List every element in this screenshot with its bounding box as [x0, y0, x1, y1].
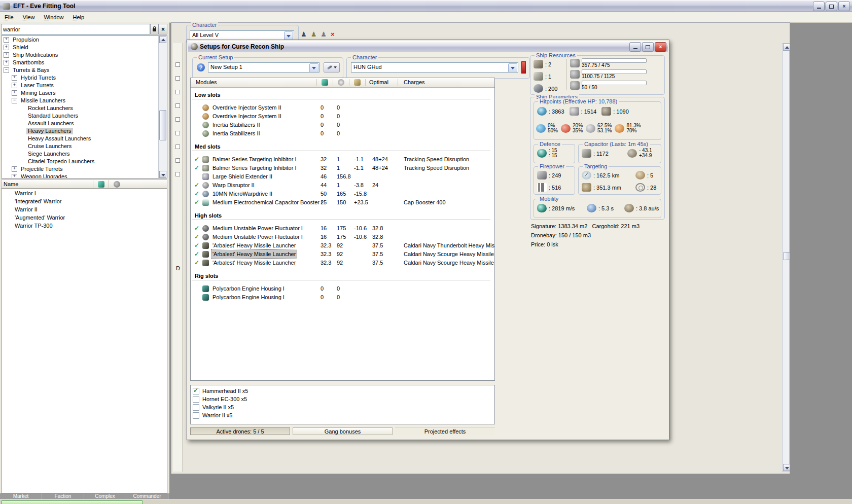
tree-toggle-icon[interactable]: − — [12, 98, 17, 103]
edit-character-icon[interactable]: ♟ — [311, 31, 317, 38]
drone-checkbox[interactable] — [193, 404, 199, 411]
tree-item[interactable]: +Ship Modifications — [2, 51, 167, 59]
menu-view[interactable]: View — [18, 13, 40, 21]
drone-checkbox[interactable] — [193, 396, 199, 403]
minimize-button[interactable] — [813, 2, 825, 11]
tree-item[interactable]: −Missile Launchers — [2, 97, 167, 104]
help-icon[interactable]: ? — [197, 63, 205, 71]
column-name[interactable]: Name — [2, 181, 93, 187]
module-row[interactable]: Large Shield Extender II46156.8 — [191, 172, 494, 181]
scrollbar-thumb[interactable] — [159, 110, 166, 140]
tree-item[interactable]: +Projectile Turrets — [2, 165, 167, 173]
module-row[interactable]: ✓'Arbalest' Heavy Missile Launcher32.392… — [191, 259, 494, 267]
setup-menu-button[interactable] — [324, 62, 340, 73]
character-icon[interactable]: ♟ — [301, 31, 307, 38]
tree-item[interactable]: +Shield — [2, 44, 167, 51]
tree-item[interactable]: Cruise Launchers — [2, 142, 167, 150]
scroll-up-icon[interactable] — [159, 36, 166, 43]
module-row[interactable]: Polycarbon Engine Housing I00 — [191, 284, 494, 293]
column-optimal[interactable]: Optimal — [369, 79, 388, 85]
active-drones-button[interactable]: Active drones: 5 / 5 — [190, 427, 290, 435]
tree-toggle-icon[interactable]: + — [12, 166, 17, 172]
list-item[interactable]: Warrior I — [2, 189, 167, 197]
module-row[interactable]: ✓10MN MicroWarpdrive II50165-15.8 — [191, 190, 494, 198]
gang-bonuses-button[interactable]: Gang bonuses — [293, 427, 393, 435]
tree-toggle-icon[interactable]: + — [4, 60, 9, 65]
setups-maximize-button[interactable] — [642, 42, 654, 52]
tree-item[interactable]: Assault Launchers — [2, 120, 167, 127]
tab-complex[interactable]: Complex — [84, 493, 126, 499]
cpu-icon[interactable] — [322, 79, 328, 86]
bg-scrollbar[interactable] — [782, 43, 790, 472]
list-item[interactable]: Warrior TP-300 — [2, 222, 167, 230]
setups-close-button[interactable]: × — [655, 42, 666, 52]
tree-item[interactable]: +Propulsion — [2, 36, 167, 44]
search-input[interactable] — [1, 24, 150, 34]
tree-item[interactable]: Heavy Launchers — [2, 127, 167, 135]
column-cpu[interactable] — [93, 180, 109, 188]
module-row[interactable]: Overdrive Injector System II00 — [191, 112, 494, 121]
delete-character-icon[interactable]: × — [331, 31, 335, 38]
tab-commander[interactable]: Commander — [126, 493, 168, 499]
module-row[interactable]: ✓Balmer Series Targeting Inhibitor I321-… — [191, 164, 494, 172]
module-row[interactable]: ✓Medium Unstable Power Fluctuator I16175… — [191, 224, 494, 233]
tree-item[interactable]: Citadel Torpedo Launchers — [2, 158, 167, 165]
tab-faction[interactable]: Faction — [42, 493, 84, 499]
module-row[interactable]: ✓'Arbalest' Heavy Missile Launcher32.392… — [191, 241, 494, 250]
chevron-down-icon[interactable] — [309, 63, 318, 73]
search-clear-button[interactable]: × — [159, 24, 167, 34]
drone-row[interactable]: Hammerhead II x5 — [193, 387, 494, 395]
chevron-down-icon[interactable] — [508, 63, 517, 73]
setups-minimize-button[interactable] — [629, 42, 641, 52]
tree-toggle-icon[interactable]: + — [12, 174, 17, 178]
tree-toggle-icon[interactable]: + — [12, 75, 17, 81]
module-row[interactable]: Inertia Stabilizers II00 — [191, 121, 494, 129]
column-charges[interactable]: Charges — [404, 79, 425, 85]
tree-item[interactable]: −Turrets & Bays — [2, 66, 167, 74]
scrollbar-thumb[interactable] — [783, 252, 790, 260]
tree-item[interactable]: +Weapon Upgrades — [2, 173, 167, 178]
tree-toggle-icon[interactable]: + — [4, 45, 9, 50]
drone-row[interactable]: Hornet EC-300 x5 — [193, 395, 494, 403]
drone-row[interactable]: Valkyrie II x5 — [193, 403, 494, 411]
tree-item[interactable]: +Smartbombs — [2, 59, 167, 66]
tree-item[interactable]: Standard Launchers — [2, 112, 167, 120]
projected-effects-button[interactable]: Projected effects — [395, 427, 495, 435]
module-row[interactable]: Inertia Stabilizers II00 — [191, 129, 494, 138]
module-row[interactable]: ✓Warp Disruptor II441-3.824 — [191, 181, 494, 190]
tab-market[interactable]: Market — [0, 493, 42, 499]
tree-scrollbar[interactable] — [158, 36, 167, 178]
tree-item[interactable]: Siege Launchers — [2, 150, 167, 158]
scroll-up-icon[interactable] — [783, 44, 790, 51]
bg-character-select[interactable]: All Level V — [190, 30, 294, 41]
tree-item[interactable]: +Mining Lasers — [2, 89, 167, 97]
module-row[interactable]: ✓Medium Unstable Power Fluctuator I16175… — [191, 233, 494, 241]
powergrid-icon[interactable] — [338, 79, 344, 86]
search-lock-button[interactable] — [150, 24, 159, 34]
tree-item[interactable]: Heavy Assault Launchers — [2, 135, 167, 142]
tree-item[interactable]: +Laser Turrets — [2, 82, 167, 89]
scroll-down-icon[interactable] — [159, 171, 166, 178]
module-row[interactable]: Polycarbon Engine Housing I00 — [191, 293, 494, 302]
column-meta[interactable] — [109, 180, 124, 188]
drone-checkbox[interactable] — [193, 388, 199, 394]
module-row[interactable]: Overdrive Injector System II00 — [191, 103, 494, 112]
list-item[interactable]: Warrior II — [2, 205, 167, 213]
tree-toggle-icon[interactable]: + — [4, 52, 9, 58]
module-row[interactable]: ✓Balmer Series Targeting Inhibitor I321-… — [191, 155, 494, 164]
tree-toggle-icon[interactable]: − — [4, 67, 9, 73]
character-select[interactable]: HUN GHud — [351, 62, 518, 73]
column-modules[interactable]: Modules — [196, 79, 217, 85]
list-item[interactable]: 'Integrated' Warrior — [2, 197, 167, 205]
copy-character-icon[interactable]: ♟ — [321, 31, 327, 38]
menu-help[interactable]: Help — [68, 13, 89, 21]
tree-toggle-icon[interactable]: + — [12, 90, 17, 96]
module-row[interactable]: ✓Medium Electrochemical Capacitor Booste… — [191, 198, 494, 207]
tree-toggle-icon[interactable]: + — [4, 37, 9, 43]
tree-toggle-icon[interactable]: + — [12, 83, 17, 88]
maximize-button[interactable] — [826, 2, 837, 11]
menu-window[interactable]: Window — [39, 13, 68, 21]
close-button[interactable]: × — [838, 2, 850, 11]
menu-file[interactable]: File — [0, 13, 18, 21]
capacitor-icon[interactable] — [354, 79, 361, 86]
